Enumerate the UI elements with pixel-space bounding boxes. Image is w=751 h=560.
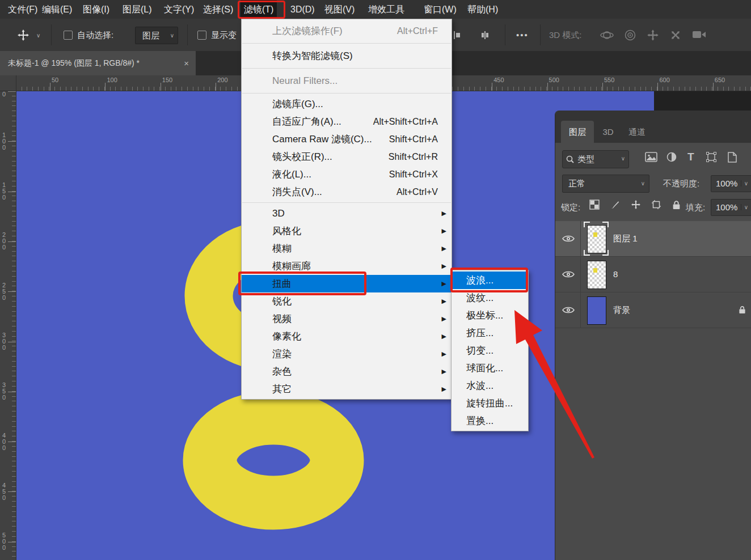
filter-menu-item-video[interactable]: 视频▶	[242, 310, 452, 328]
more-options-icon[interactable]: •••	[516, 19, 529, 51]
layer-row-3[interactable]: 背景	[555, 292, 751, 328]
tab-3d[interactable]: 3D	[596, 121, 620, 143]
filter-menu-item-liquify[interactable]: 液化(L)...Shift+Ctrl+X	[242, 166, 452, 183]
filter-menu-item-noise[interactable]: 杂色▶	[242, 363, 452, 380]
divider	[505, 24, 505, 45]
blend-mode-dropdown[interactable]: 正常 ∨	[562, 175, 649, 193]
divider	[540, 24, 541, 45]
lock-position-icon[interactable]	[631, 200, 641, 212]
move-tool-icon[interactable]	[17, 29, 29, 44]
tool-preset-chevron-icon[interactable]: ∨	[36, 32, 40, 39]
filter-menu-item-adaptive-wide-angle[interactable]: 自适应广角(A)...Alt+Shift+Ctrl+A	[242, 113, 452, 130]
submenu-item-twirl[interactable]: 旋转扭曲...	[452, 394, 528, 412]
tab-close-icon[interactable]: ×	[184, 51, 189, 75]
visibility-eye-icon[interactable]	[562, 306, 575, 316]
layer-row-1[interactable]: 图层 1	[555, 221, 751, 257]
tab-layers[interactable]: 图层	[561, 121, 594, 143]
visibility-eye-icon[interactable]	[562, 235, 575, 245]
submenu-arrow-icon: ▶	[442, 328, 446, 345]
layer-lock-icon	[739, 306, 746, 316]
fill-value-box[interactable]: 100% ∨	[711, 199, 751, 216]
pan-3d-icon[interactable]	[647, 29, 659, 44]
filter-menu-item-label: 渲染	[242, 349, 292, 359]
filter-menu-item-smart-filters[interactable]: 转换为智能滤镜(S)	[242, 45, 452, 66]
divider	[580, 221, 581, 256]
submenu-item-spherize[interactable]: 球面化...	[452, 359, 528, 377]
slide-3d-icon[interactable]	[669, 29, 682, 44]
submenu-item-pinch[interactable]: 挤压...	[452, 324, 528, 342]
lock-transparent-icon[interactable]	[589, 200, 600, 212]
menubar-item-layer[interactable]: 图层(L)	[119, 0, 155, 19]
v-ruler-label: 500	[2, 532, 9, 551]
h-ruler-label: 200	[217, 77, 227, 83]
menubar-item-edit[interactable]: 编辑(E)	[39, 0, 75, 19]
tab-channels[interactable]: 通道	[622, 121, 652, 143]
menubar-item-3d[interactable]: 3D(D)	[287, 0, 318, 19]
filter-menu-item-lens-correction[interactable]: 镜头校正(R)...Shift+Ctrl+R	[242, 148, 452, 166]
menu-separator	[242, 68, 451, 69]
filter-menu-item-blur[interactable]: 模糊▶	[242, 240, 452, 257]
submenu-item-zigzag[interactable]: 水波...	[452, 377, 528, 394]
menu-separator	[242, 93, 451, 94]
filter-menu-item-other[interactable]: 其它▶	[242, 380, 452, 398]
layer-thumbnail[interactable]	[587, 296, 606, 325]
smart-object-filter-icon[interactable]	[728, 152, 737, 165]
filter-menu-item-camera-raw[interactable]: Camera Raw 滤镜(C)...Shift+Ctrl+A	[242, 130, 452, 148]
orbit-3d-icon[interactable]	[600, 29, 614, 44]
filter-menu-item-last-filter[interactable]: 上次滤镜操作(F)Alt+Ctrl+F	[242, 20, 452, 41]
lock-paint-icon[interactable]	[610, 200, 620, 212]
filter-menu-item-shortcut: Alt+Ctrl+V	[396, 183, 438, 201]
menubar-item-file[interactable]: 文件(F)	[5, 0, 41, 19]
menubar-item-view[interactable]: 视图(V)	[321, 0, 358, 19]
layer-filter-dropdown[interactable]: 类型 ∨	[562, 150, 629, 168]
menubar-item-plugins[interactable]: 增效工具	[365, 0, 408, 19]
align-center-icon[interactable]	[480, 30, 490, 43]
filter-menu-item-filter-gallery[interactable]: 滤镜库(G)...	[242, 95, 452, 113]
filter-menu-item-vanishing-point[interactable]: 消失点(V)...Alt+Ctrl+V	[242, 183, 452, 201]
submenu-item-polar-coordinates[interactable]: 极坐标...	[452, 307, 528, 324]
auto-select-checkbox[interactable]	[64, 31, 73, 40]
h-ruler-tick	[105, 83, 106, 91]
photoshop-window: 未标题-1 @ 195% (图层 1, RGB/8#) * × 50100150…	[0, 0, 751, 560]
show-transform-label: 显示变	[211, 19, 237, 51]
layer-thumbnail[interactable]	[587, 261, 606, 289]
h-ruler-label: 50	[52, 77, 58, 83]
submenu-item-displace[interactable]: 置换...	[452, 412, 528, 430]
show-transform-checkbox[interactable]	[197, 31, 206, 40]
filter-menu-item-pixelate[interactable]: 像素化▶	[242, 328, 452, 345]
search-icon	[566, 155, 574, 166]
filter-menu-item-stylize[interactable]: 风格化▶	[242, 222, 452, 240]
lock-artboard-icon[interactable]	[651, 200, 661, 212]
menubar-item-type[interactable]: 文字(Y)	[161, 0, 197, 19]
document-tab[interactable]: 未标题-1 @ 195% (图层 1, RGB/8#) * ×	[0, 51, 196, 75]
visibility-eye-icon[interactable]	[562, 270, 575, 281]
pixel-layer-filter-icon[interactable]	[645, 152, 657, 164]
submenu-item-shear[interactable]: 切变...	[452, 342, 528, 359]
v-ruler-label: 300	[2, 332, 9, 351]
lock-all-icon[interactable]	[672, 200, 681, 212]
h-ruler-tick	[657, 83, 658, 91]
menubar-item-help[interactable]: 帮助(H)	[464, 0, 501, 19]
menubar-item-select[interactable]: 选择(S)	[200, 0, 237, 19]
filter-menu-item-label: 镜头校正(R)...	[242, 151, 332, 162]
roll-3d-icon[interactable]	[624, 29, 636, 44]
adjustment-layer-filter-icon[interactable]	[666, 152, 677, 164]
type-layer-filter-icon[interactable]: T	[687, 151, 694, 163]
layers-panel-header: 图层 3D 通道	[555, 111, 751, 143]
filter-menu-item-shortcut: Alt+Shift+Ctrl+A	[373, 113, 438, 130]
h-ruler-tick	[216, 83, 216, 91]
filter-menu-item-label: 滤镜库(G)...	[242, 99, 323, 109]
filter-menu-item-3d[interactable]: 3D▶	[242, 205, 452, 222]
menubar-item-image[interactable]: 图像(I)	[79, 0, 113, 19]
opacity-value-box[interactable]: 100% ∨	[711, 175, 751, 192]
filter-menu-item-label: 风格化	[242, 226, 301, 236]
layer-row-2[interactable]: 8	[555, 257, 751, 292]
menubar-item-window[interactable]: 窗口(W)	[420, 0, 460, 19]
camera-3d-icon[interactable]	[692, 30, 707, 41]
filter-menu-item-render[interactable]: 渲染▶	[242, 345, 452, 363]
align-left-edges-icon[interactable]	[453, 30, 462, 43]
filter-menu-item-neural-filters[interactable]: Neural Filters...	[242, 70, 452, 91]
layer-thumbnail[interactable]	[587, 225, 606, 253]
shape-layer-filter-icon[interactable]	[706, 152, 716, 164]
auto-select-target-dropdown[interactable]: 图层 ∨	[135, 27, 178, 44]
